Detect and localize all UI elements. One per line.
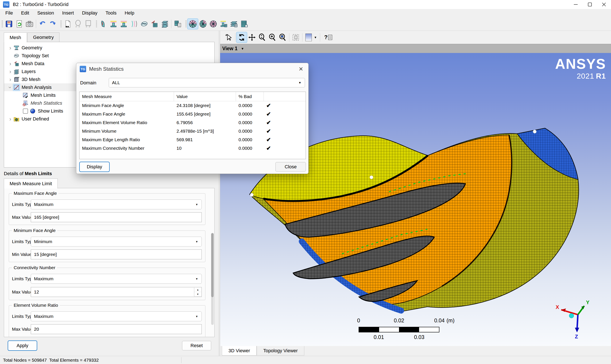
maximize-button[interactable] <box>583 0 597 9</box>
undo-icon <box>39 20 47 28</box>
limits-type-select[interactable]: Maximum▼ <box>31 199 202 209</box>
background-swatch-button[interactable]: ▼ <box>304 32 319 42</box>
save-button[interactable] <box>4 19 14 29</box>
dialog-close-icon[interactable]: ✕ <box>297 66 305 72</box>
group-title: Maximum Face Angle <box>12 191 59 196</box>
turbo-wheel-half-button[interactable] <box>198 19 208 29</box>
hub-piece-button[interactable] <box>218 19 229 29</box>
chevron-right-icon[interactable]: › <box>7 116 13 122</box>
new-session-button[interactable] <box>63 19 73 29</box>
table-row[interactable]: Minimum Face Angle24.3108 [degree] 0.000… <box>80 101 306 110</box>
menu-session[interactable]: Session <box>33 9 58 17</box>
limits-type-select[interactable]: Minimum▼ <box>31 237 202 247</box>
title-bar: TG B2 : TurboGrid - TurboGrid <box>0 0 611 9</box>
zoom-in-button[interactable] <box>267 32 278 42</box>
details-scrollbar[interactable] <box>211 233 214 325</box>
snapshot-button[interactable] <box>24 19 35 29</box>
dialog-title: Mesh Statistics <box>89 66 123 72</box>
group-connectivity-number: Connectivity Number Limits Type Maximum▼… <box>9 268 205 300</box>
layers-button[interactable] <box>160 19 170 29</box>
topology-button[interactable] <box>139 19 149 29</box>
zoom-in-icon <box>269 34 276 41</box>
chevron-down-icon[interactable]: › <box>7 84 13 91</box>
menu-edit[interactable]: Edit <box>17 9 33 17</box>
select-arrow-button[interactable] <box>224 32 234 42</box>
ruler-tick: 0 <box>357 317 360 324</box>
table-header-row: Mesh Measure Value % Bad <box>80 92 306 101</box>
chevron-right-icon[interactable]: › <box>7 76 13 83</box>
new-session-icon <box>64 20 72 28</box>
min-value-input[interactable]: 15 [degree] <box>31 249 202 259</box>
close-dialog-button[interactable]: Close <box>276 162 306 171</box>
display-button[interactable]: Display <box>79 162 110 172</box>
ansys-logo: ANSYS 2021R1 <box>555 57 606 80</box>
view-selector-bar[interactable]: View 1 ▼ <box>220 44 611 53</box>
table-row[interactable]: Maximum Element Volume Ratio6.79056 0.00… <box>80 118 306 127</box>
tab-mesh[interactable]: Mesh <box>4 32 27 42</box>
turbo-wheel-full-button[interactable] <box>188 19 198 29</box>
apply-button[interactable]: Apply <box>8 340 37 351</box>
menu-display[interactable]: Display <box>78 9 102 17</box>
table-row[interactable]: Maximum Connectivity Number10 0.0000✔ <box>80 144 306 153</box>
ruler-bar <box>359 327 439 332</box>
fit-view-f2-button[interactable]: FF <box>83 19 93 29</box>
close-button[interactable] <box>597 0 611 9</box>
axis-z-label: Z <box>575 334 578 339</box>
tree-item-topology-set[interactable]: Topology Set <box>4 52 214 60</box>
menu-insert[interactable]: Insert <box>58 9 78 17</box>
tab-geometry[interactable]: Geometry <box>27 32 60 42</box>
max-value-input[interactable]: 165 [degree] <box>31 212 202 222</box>
blade-set-button[interactable] <box>129 19 139 29</box>
tree-item-geometry[interactable]: › Geometry <box>4 44 214 52</box>
dialog-title-bar[interactable]: TG Mesh Statistics ✕ <box>76 63 308 75</box>
mesh-data-button[interactable] <box>149 19 160 29</box>
vertex-marker <box>533 130 536 133</box>
minimize-button[interactable] <box>569 0 583 9</box>
max-value-input[interactable]: 20 <box>31 324 202 334</box>
tab-topology-viewer[interactable]: Topology Viewer <box>257 346 304 355</box>
menu-help[interactable]: Help <box>120 9 138 17</box>
refresh-state-button[interactable] <box>14 19 24 29</box>
table-row[interactable]: Minimum Volume2.49788e-15 [m^3] 0.0000✔ <box>80 127 306 135</box>
grid-block-button[interactable] <box>239 19 249 29</box>
zoom-scroll-button[interactable] <box>257 32 267 42</box>
help-viewer-button[interactable]: ? <box>321 32 335 42</box>
limits-type-select[interactable]: Maximum▼ <box>31 312 202 321</box>
shroud-button[interactable] <box>119 19 129 29</box>
show-limits-checkbox[interactable] <box>23 108 28 114</box>
zoom-scroll-icon <box>258 34 266 41</box>
table-row[interactable]: Maximum Edge Length Ratio569.981 0.0000✔ <box>80 135 306 144</box>
chevron-right-icon[interactable]: › <box>7 45 13 51</box>
reset-button[interactable]: Reset <box>182 341 211 350</box>
table-row[interactable]: Maximum Face Angle155.645 [degree] 0.000… <box>80 110 306 118</box>
chevron-right-icon[interactable]: › <box>7 60 13 67</box>
mesh-analysis-icon <box>13 84 19 90</box>
redo-button[interactable] <box>48 19 58 29</box>
layer-piece-button[interactable] <box>229 19 239 29</box>
max-value-spinner[interactable]: 12 ▲▼ <box>31 287 202 297</box>
chevron-right-icon[interactable]: › <box>7 68 13 75</box>
domain-select[interactable]: ALL▼ <box>109 78 305 87</box>
pan-button[interactable] <box>247 32 257 42</box>
box-select-button[interactable] <box>291 32 301 42</box>
tab-3d-viewer[interactable]: 3D Viewer <box>222 346 257 355</box>
undo-button[interactable] <box>37 19 48 29</box>
menu-file[interactable]: File <box>1 9 17 17</box>
hub-button[interactable] <box>108 19 119 29</box>
rotate-button[interactable] <box>237 32 247 42</box>
axis-x-label: X <box>556 304 559 310</box>
menu-tools[interactable]: Tools <box>102 9 120 17</box>
select-arrow-icon <box>225 34 233 41</box>
limits-type-label: Limits Type <box>12 276 31 281</box>
fit-view-f1-button[interactable]: FF <box>73 19 83 29</box>
geometry-blade-button[interactable] <box>98 19 108 29</box>
copy-mesh-button[interactable] <box>173 19 183 29</box>
spinner-arrows[interactable]: ▲▼ <box>194 287 201 297</box>
snapshot-icon <box>26 20 34 28</box>
turbo-wheel-single-button[interactable] <box>208 19 218 29</box>
zoom-area-button[interactable] <box>278 32 288 42</box>
view-label: View 1 <box>222 46 238 52</box>
tab-mesh-measure-limit[interactable]: Mesh Measure Limit <box>4 179 58 188</box>
limits-type-select[interactable]: Maximum▼ <box>31 274 202 284</box>
mesh-data-icon <box>13 61 19 67</box>
